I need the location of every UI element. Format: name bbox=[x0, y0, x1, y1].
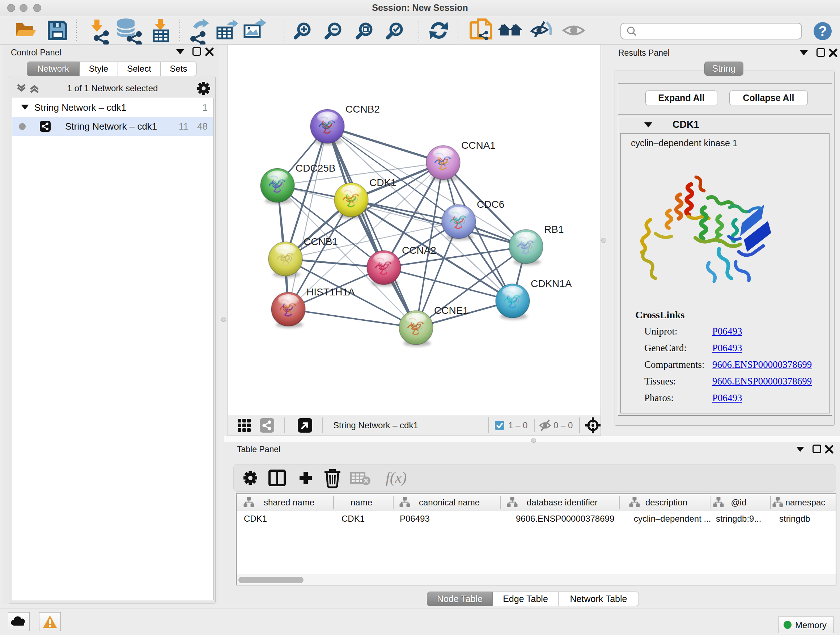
svg-text:CCNB1: CCNB1 bbox=[303, 236, 338, 247]
svg-text:CDC6: CDC6 bbox=[477, 199, 504, 210]
svg-text:@id: @id bbox=[731, 497, 746, 507]
svg-text:description: description bbox=[645, 497, 687, 507]
svg-text:f(x): f(x) bbox=[386, 469, 407, 486]
svg-text:CDKN1A: CDKN1A bbox=[531, 278, 572, 289]
svg-text:1 – 0: 1 – 0 bbox=[508, 420, 527, 430]
svg-text:CDC25B: CDC25B bbox=[295, 163, 335, 174]
svg-text:String Network – cdk1: String Network – cdk1 bbox=[333, 420, 418, 430]
svg-text:?: ? bbox=[818, 24, 827, 39]
svg-text:HIST1H1A: HIST1H1A bbox=[306, 287, 355, 298]
svg-text:database identifier: database identifier bbox=[527, 497, 598, 507]
svg-text:CCNA1: CCNA1 bbox=[461, 140, 496, 151]
svg-text:0 – 0: 0 – 0 bbox=[554, 420, 573, 430]
svg-text:CCNB2: CCNB2 bbox=[346, 103, 380, 115]
svg-text:CCNA2: CCNA2 bbox=[402, 245, 436, 256]
svg-text:shared name: shared name bbox=[264, 497, 314, 507]
svg-text:canonical name: canonical name bbox=[419, 497, 480, 507]
svg-text:RB1: RB1 bbox=[544, 224, 564, 235]
svg-text:name: name bbox=[351, 497, 372, 507]
svg-text:CDK1: CDK1 bbox=[369, 177, 396, 188]
svg-text:CCNE1: CCNE1 bbox=[434, 305, 469, 316]
svg-text:namespac: namespac bbox=[785, 497, 826, 507]
